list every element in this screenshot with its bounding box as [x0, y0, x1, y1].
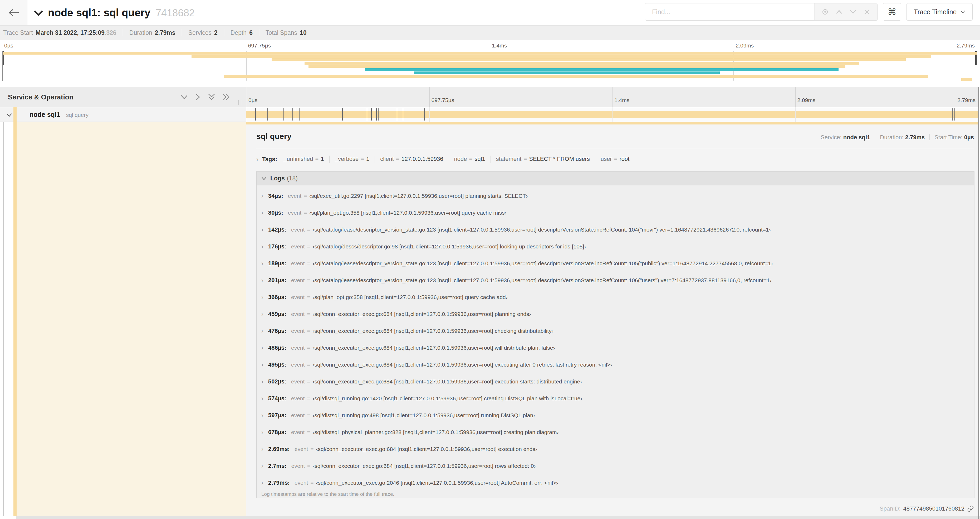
log-field-key: event [291, 412, 304, 418]
log-field-key: event [291, 277, 304, 284]
ruler-tick-label: 1.4ms [614, 97, 629, 103]
find-input[interactable] [645, 3, 814, 20]
span-service-name: node sql1sql query [30, 107, 89, 121]
log-field-value: ‹sql/catalog/lease/descriptor_version_st… [313, 277, 772, 284]
logs-header[interactable]: Logs (18) [256, 172, 974, 185]
detail-row-span-strip [246, 122, 978, 125]
log-equals: = [310, 480, 313, 486]
log-field-value: ‹sql/conn_executor_exec.go:684 [nsql1,cl… [316, 446, 537, 452]
tags-label: Tags: [262, 156, 277, 163]
log-chevron-right-icon: › [261, 226, 268, 233]
log-entry[interactable]: ›189µs:event=‹sql/catalog/lease/descript… [256, 255, 974, 272]
log-entry[interactable]: ›176µs:event=‹sql/catalog/descs/descript… [256, 238, 974, 255]
log-chevron-right-icon: › [261, 260, 268, 267]
log-marker-tick [293, 109, 293, 121]
log-entry[interactable]: ›502µs:event=‹sql/conn_executor_exec.go:… [256, 373, 974, 390]
column-resize-grip[interactable] [238, 100, 242, 105]
tag-value: 1 [321, 156, 324, 162]
back-button[interactable] [0, 0, 27, 25]
prev-result-chevron-up-icon[interactable] [835, 8, 843, 16]
log-entry[interactable]: ›34µs:event=‹sql/exec_util.go:2297 [nsql… [256, 187, 974, 204]
log-entry[interactable]: ›142µs:event=‹sql/catalog/lease/descript… [256, 221, 974, 238]
log-marker-tick [403, 109, 403, 121]
span-operation-name: sql query [66, 112, 89, 118]
ruler-tick-label: 697.75µs [431, 97, 455, 103]
view-selector-button[interactable]: Trace Timeline [906, 3, 973, 21]
deep-link-icon[interactable] [967, 505, 974, 512]
log-entry[interactable]: ›80µs:event=‹sql/plan_opt.go:358 [nsql1,… [256, 204, 974, 221]
tag-item: _verbose=1 [335, 156, 370, 162]
vertical-scrollbar[interactable] [978, 87, 979, 519]
log-chevron-right-icon: › [261, 361, 268, 369]
log-entry[interactable]: ›678µs:event=‹sql/distsql_physical_plann… [256, 424, 974, 441]
trace-minimap[interactable] [2, 51, 977, 81]
log-entry[interactable]: ›366µs:event=‹sql/plan_opt.go:358 [nsql1… [256, 289, 974, 306]
locate-crosshair-icon[interactable] [821, 8, 829, 16]
log-field-key: event [288, 210, 301, 216]
log-entry[interactable]: ›459µs:event=‹sql/conn_executor_exec.go:… [256, 306, 974, 323]
minimap-span-bar [309, 65, 845, 68]
log-chevron-right-icon: › [261, 479, 268, 487]
tags-row[interactable]: › Tags: _unfinished=1_verbose=1client=12… [256, 153, 629, 165]
log-equals: = [307, 311, 310, 317]
log-equals: = [307, 378, 310, 385]
collapse-all-double-chevron-down-icon[interactable] [208, 93, 215, 101]
log-field-key: event [291, 260, 304, 267]
log-entry[interactable]: ›2.69ms:event=‹sql/conn_executor_exec.go… [256, 441, 974, 458]
find-toolbar [814, 3, 878, 20]
detail-color-accent [13, 122, 17, 516]
log-marker-tick [299, 109, 299, 121]
detail-meta-value: 2.79ms [905, 134, 925, 141]
expand-one-chevron-right-icon[interactable] [195, 93, 201, 101]
span-row-timeline-cell[interactable] [246, 107, 978, 122]
log-chevron-right-icon: › [261, 395, 268, 402]
service-color-accent [13, 107, 17, 122]
log-timestamp: 486µs: [268, 345, 286, 351]
ruler-tick-label: 697.75µs [248, 43, 271, 49]
next-result-chevron-down-icon[interactable] [849, 8, 857, 16]
summary-label: Depth [231, 29, 247, 36]
log-timestamp: 597µs: [268, 412, 286, 419]
log-marker-tick [267, 109, 268, 121]
log-entry[interactable]: ›201µs:event=‹sql/catalog/lease/descript… [256, 272, 974, 289]
row-chevron-down-icon[interactable] [6, 113, 12, 117]
log-field-key: event [291, 362, 304, 368]
log-entry[interactable]: ›495µs:event=‹sql/conn_executor_exec.go:… [256, 356, 974, 373]
log-chevron-right-icon: › [261, 277, 268, 284]
summary-value-fraction: .326 [105, 29, 116, 36]
collapse-one-chevron-down-icon[interactable] [180, 94, 188, 100]
log-field-key: event [291, 294, 304, 300]
log-entry[interactable]: ›2.79ms:event=‹sql/conn_executor_exec.go… [256, 474, 974, 491]
log-timestamp: 142µs: [268, 226, 286, 233]
tag-item: _unfinished=1 [283, 156, 324, 162]
tag-key: node [454, 156, 467, 162]
tag-equals: = [469, 156, 473, 162]
tag-equals: = [396, 156, 399, 162]
logs-chevron-down-icon [261, 177, 267, 180]
span-detail-panel: sql query Service: node sql1Duration: 2.… [246, 125, 978, 516]
log-field-key: event [291, 227, 304, 233]
log-timestamp: 2.79ms: [268, 479, 290, 486]
summary-item: Total Spans10 [266, 29, 307, 37]
log-entry[interactable]: ›574µs:event=‹sql/distsql_running.go:142… [256, 390, 974, 407]
log-chevron-right-icon: › [261, 311, 268, 318]
tag-item: node=sql1 [454, 156, 485, 162]
expand-all-double-chevron-right-icon[interactable] [222, 93, 230, 101]
log-equals: = [307, 345, 310, 351]
log-field-value: ‹sql/catalog/descs/descriptor.go:98 [nsq… [313, 243, 586, 250]
span-row-name-cell[interactable]: node sql1sql query [0, 107, 246, 122]
ruler-tick-label: 2.09ms [797, 97, 816, 103]
detail-meta-value: 0µs [964, 134, 974, 141]
keyboard-shortcuts-button[interactable]: ⌘ [883, 3, 901, 21]
log-entry[interactable]: ›597µs:event=‹sql/distsql_running.go:498… [256, 407, 974, 424]
log-entry[interactable]: ›486µs:event=‹sql/conn_executor_exec.go:… [256, 339, 974, 356]
log-marker-tick [376, 109, 377, 121]
log-entry[interactable]: ›2.7ms:event=‹sql/conn_executor_exec.go:… [256, 458, 974, 474]
collapse-trace-chevron-down-icon[interactable] [34, 10, 43, 16]
log-entry[interactable]: ›476µs:event=‹sql/conn_executor_exec.go:… [256, 323, 974, 339]
log-marker-tick [296, 109, 296, 121]
logs-list: ›34µs:event=‹sql/exec_util.go:2297 [nsql… [256, 185, 974, 491]
ruler-tick-label: 2.79ms [957, 97, 975, 103]
clear-find-icon[interactable] [863, 8, 871, 16]
log-timestamp: 189µs: [268, 260, 286, 267]
